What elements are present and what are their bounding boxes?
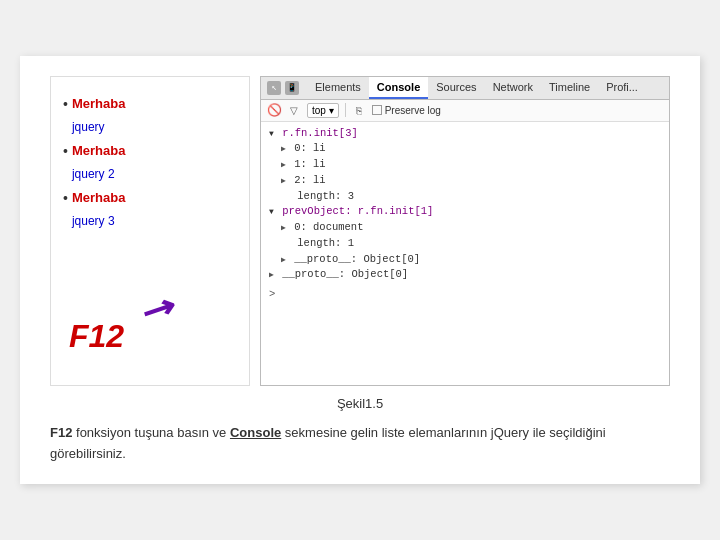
- console-line-3: ▶ 2: li: [269, 173, 661, 189]
- devtools-toolbar-icons: ↖ 📱: [265, 77, 301, 99]
- tab-timeline[interactable]: Timeline: [541, 77, 598, 99]
- tab-sources[interactable]: Sources: [428, 77, 484, 99]
- main-content: • Merhaba jquery • Merhaba jquery 2 •: [50, 76, 670, 386]
- triangle-1: ▶: [281, 144, 286, 153]
- device-icon[interactable]: 📱: [285, 81, 299, 95]
- list-item-3: • Merhaba jquery 3: [63, 186, 237, 233]
- line-text-1: 0: li: [294, 142, 326, 154]
- console-line-9: ▶ __proto__: Object[0]: [269, 267, 661, 283]
- line-text-6: 0: document: [294, 221, 363, 233]
- triangle-2: ▶: [281, 160, 286, 169]
- tab-elements[interactable]: Elements: [307, 77, 369, 99]
- merhaba-2: Merhaba: [72, 143, 125, 158]
- devtools-panel: ↖ 📱 Elements Console Sources Network Tim…: [260, 76, 670, 386]
- console-line-8: ▶ __proto__: Object[0]: [269, 252, 661, 268]
- list-item-2: • Merhaba jquery 2: [63, 139, 237, 186]
- merhaba-3: Merhaba: [72, 190, 125, 205]
- cursor-icon[interactable]: ↖: [267, 81, 281, 95]
- console-line-5: ▼ prevObject: r.fn.init[1]: [269, 204, 661, 220]
- line-text-7: length: 1: [297, 237, 354, 249]
- devtools-tabs: ↖ 📱 Elements Console Sources Network Tim…: [261, 77, 669, 100]
- line-text-4: length: 3: [297, 190, 354, 202]
- context-selector[interactable]: top ▾: [307, 103, 339, 118]
- bullet-dot-1: •: [63, 92, 68, 117]
- merhaba-1: Merhaba: [72, 96, 125, 111]
- preserve-log-label: Preserve log: [385, 105, 441, 116]
- copy-icon[interactable]: ⎘: [352, 103, 366, 117]
- desc-f12: F12: [50, 425, 72, 440]
- jquery-3: jquery 3: [72, 214, 115, 228]
- line-text-3: 2: li: [294, 174, 326, 186]
- line-text-0: r.fn.init[3]: [282, 127, 358, 139]
- triangle-3: ▶: [281, 176, 286, 185]
- arrow-icon: ↙: [141, 290, 182, 334]
- console-line-7: length: 1: [269, 236, 661, 252]
- line-text-5: prevObject: r.fn.init[1]: [282, 205, 433, 217]
- list-item-1: • Merhaba jquery: [63, 92, 237, 139]
- tab-profiles[interactable]: Profi...: [598, 77, 646, 99]
- console-content: ▼ r.fn.init[3] ▶ 0: li ▶ 1: li ▶ 2: li: [261, 122, 669, 385]
- bullet-dot-3: •: [63, 186, 68, 211]
- tab-console[interactable]: Console: [369, 77, 428, 99]
- line-text-2: 1: li: [294, 158, 326, 170]
- console-line-1: ▶ 0: li: [269, 141, 661, 157]
- figure-caption: Şekil1.5: [50, 396, 670, 411]
- triangle-9: ▶: [269, 270, 274, 279]
- bullet-list: • Merhaba jquery • Merhaba jquery 2 •: [63, 92, 237, 233]
- filter-icon[interactable]: ▽: [287, 103, 301, 117]
- console-prompt: >: [269, 287, 661, 303]
- preserve-log-checkbox[interactable]: [372, 105, 382, 115]
- preserve-log: Preserve log: [372, 105, 441, 116]
- desc-console-text: Console: [230, 425, 281, 440]
- triangle-8: ▶: [281, 255, 286, 264]
- f12-label: F12: [69, 318, 124, 355]
- line-text-8: __proto__: Object[0]: [294, 253, 420, 265]
- console-toolbar: 🚫 ▽ top ▾ ⎘ Preserve log: [261, 100, 669, 122]
- triangle-0: ▼: [269, 129, 274, 138]
- bullet-dot-2: •: [63, 139, 68, 164]
- line-text-9: __proto__: Object[0]: [282, 268, 408, 280]
- triangle-6: ▶: [281, 223, 286, 232]
- divider: [345, 103, 346, 117]
- desc-console: Console: [230, 425, 281, 440]
- console-line-0: ▼ r.fn.init[3]: [269, 126, 661, 142]
- jquery-2: jquery 2: [72, 167, 115, 181]
- console-line-2: ▶ 1: li: [269, 157, 661, 173]
- triangle-5: ▼: [269, 207, 274, 216]
- block-icon[interactable]: 🚫: [267, 103, 281, 117]
- slide-container: • Merhaba jquery • Merhaba jquery 2 •: [20, 56, 700, 485]
- description: F12 fonksiyon tuşuna basın ve Console se…: [50, 423, 670, 465]
- console-line-4: length: 3: [269, 189, 661, 205]
- desc-part1: fonksiyon tuşuna basın ve: [72, 425, 230, 440]
- tab-network[interactable]: Network: [485, 77, 541, 99]
- left-panel: • Merhaba jquery • Merhaba jquery 2 •: [50, 76, 250, 386]
- console-line-6: ▶ 0: document: [269, 220, 661, 236]
- jquery-1: jquery: [72, 120, 105, 134]
- prompt-symbol: >: [269, 288, 275, 300]
